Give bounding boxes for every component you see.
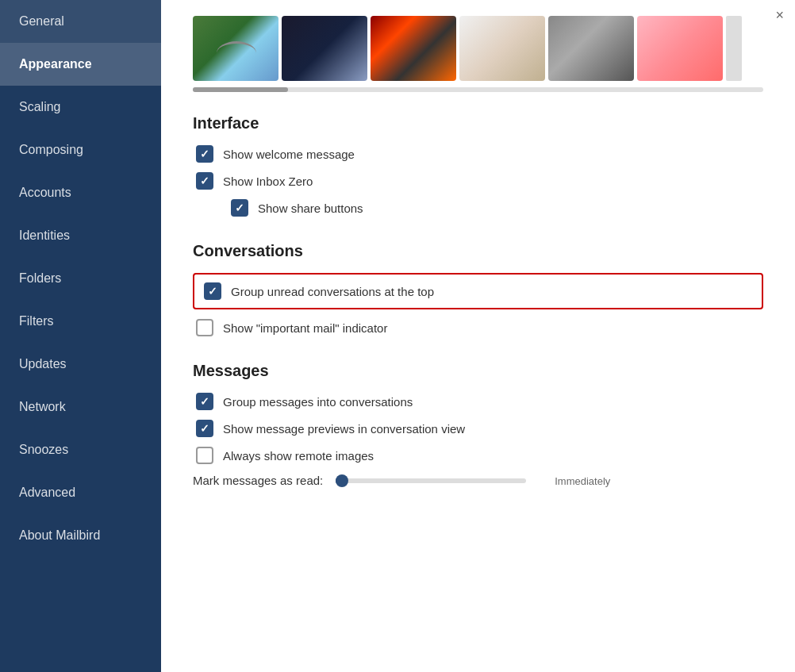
sidebar-item-general[interactable]: General	[0, 0, 161, 43]
group-messages-row: Group messages into conversations	[193, 393, 763, 410]
show-previews-label: Show message previews in conversation vi…	[223, 422, 465, 436]
sidebar-item-network[interactable]: Network	[0, 386, 161, 428]
messages-title: Messages	[193, 362, 763, 380]
show-share-label: Show share buttons	[258, 202, 363, 215]
sidebar-item-advanced[interactable]: Advanced	[0, 471, 161, 514]
always-remote-label: Always show remote images	[223, 449, 374, 463]
close-button[interactable]: ×	[775, 8, 784, 22]
sidebar-item-about[interactable]: About Mailbird	[0, 514, 161, 557]
messages-section: Messages Group messages into conversatio…	[193, 362, 763, 487]
show-welcome-row: Show welcome message	[193, 145, 763, 163]
important-mail-row: Show "important mail" indicator	[193, 319, 763, 336]
sidebar-item-identities[interactable]: Identities	[0, 214, 161, 257]
sidebar-item-composing[interactable]: Composing	[0, 129, 161, 171]
group-messages-checkbox[interactable]	[196, 393, 213, 410]
sidebar-item-folders[interactable]: Folders	[0, 257, 161, 300]
show-welcome-label: Show welcome message	[223, 148, 355, 161]
theme-thumb-2[interactable]	[282, 16, 367, 81]
important-mail-checkbox[interactable]	[196, 319, 213, 336]
conversations-section: Conversations Group unread conversations…	[193, 242, 763, 336]
show-inbox-zero-label: Show Inbox Zero	[223, 175, 313, 188]
slider-handle[interactable]	[336, 474, 348, 487]
theme-thumb-5[interactable]	[548, 16, 634, 81]
show-share-row: Show share buttons	[193, 199, 763, 217]
interface-title: Interface	[193, 114, 763, 132]
theme-thumb-3[interactable]	[371, 16, 456, 81]
theme-scrollbar-thumb[interactable]	[193, 87, 288, 92]
group-unread-row: Group unread conversations at the top	[193, 273, 763, 309]
always-remote-checkbox[interactable]	[196, 447, 213, 464]
theme-thumb-6[interactable]	[637, 16, 723, 81]
always-remote-row: Always show remote images	[193, 447, 763, 464]
sidebar: General Appearance Scaling Composing Acc…	[0, 0, 161, 672]
conversations-title: Conversations	[193, 242, 763, 260]
show-welcome-checkbox[interactable]	[196, 145, 213, 163]
sidebar-item-appearance[interactable]: Appearance	[0, 43, 161, 86]
theme-scrollbar-track[interactable]	[193, 87, 763, 92]
main-content: Interface Show welcome message Show Inbo…	[161, 0, 795, 672]
theme-thumb-4[interactable]	[459, 16, 545, 81]
show-previews-checkbox[interactable]	[196, 420, 213, 437]
sidebar-item-scaling[interactable]: Scaling	[0, 86, 161, 129]
theme-strip	[193, 16, 763, 81]
mark-as-read-row: Mark messages as read: Immediately	[193, 474, 763, 487]
theme-thumb-partial	[726, 16, 742, 81]
sidebar-item-filters[interactable]: Filters	[0, 300, 161, 343]
theme-thumb-1[interactable]	[193, 16, 278, 81]
mark-as-read-slider-track[interactable]	[336, 478, 526, 483]
group-unread-checkbox[interactable]	[204, 282, 221, 300]
settings-window: × General Appearance Scaling Composing A…	[0, 0, 795, 672]
mark-as-read-value: Immediately	[555, 475, 610, 487]
show-share-checkbox[interactable]	[231, 199, 248, 217]
sidebar-item-snoozes[interactable]: Snoozes	[0, 428, 161, 471]
group-messages-label: Group messages into conversations	[223, 395, 413, 409]
show-inbox-zero-row: Show Inbox Zero	[193, 172, 763, 190]
sidebar-item-accounts[interactable]: Accounts	[0, 171, 161, 214]
show-inbox-zero-checkbox[interactable]	[196, 172, 213, 190]
mark-as-read-slider-container	[336, 478, 526, 483]
interface-section: Interface Show welcome message Show Inbo…	[193, 114, 763, 217]
important-mail-label: Show "important mail" indicator	[223, 321, 387, 335]
mark-as-read-label: Mark messages as read:	[193, 474, 323, 487]
sidebar-item-updates[interactable]: Updates	[0, 343, 161, 386]
group-unread-label: Group unread conversations at the top	[231, 285, 434, 298]
show-previews-row: Show message previews in conversation vi…	[193, 420, 763, 437]
